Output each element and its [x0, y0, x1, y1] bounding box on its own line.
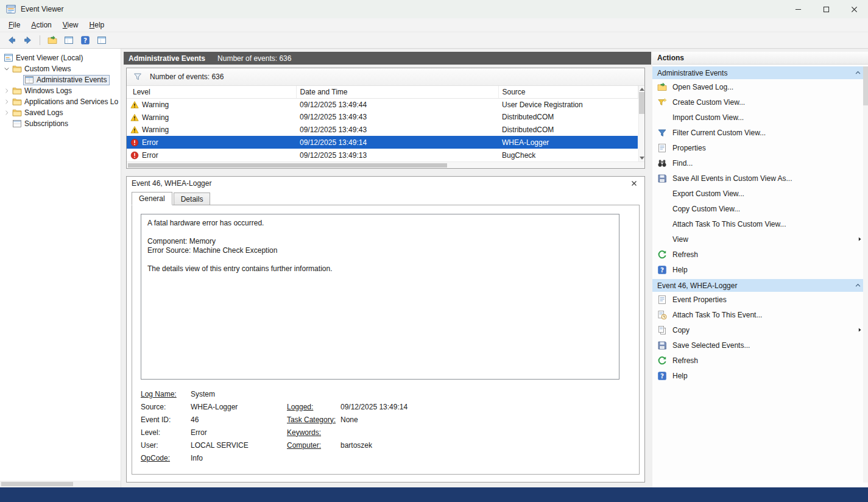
show-action-pane-button[interactable] [94, 34, 109, 48]
tab-details[interactable]: Details [174, 193, 211, 205]
actions-pane: Actions Administrative EventsOpen Saved … [652, 52, 868, 487]
minimize-button[interactable] [784, 0, 812, 18]
tree-item-saved-logs[interactable]: Saved Logs [0, 107, 121, 118]
menu-help[interactable]: Help [84, 19, 110, 30]
applications-and-services-lo-icon [12, 97, 22, 107]
events-pane-header: Administrative Events Number of events: … [124, 52, 651, 65]
find-icon [657, 158, 667, 168]
scroll-up-icon[interactable] [640, 88, 644, 91]
action-copy-custom-view[interactable]: Copy Custom View... [652, 201, 868, 216]
events-list: Number of events: 636 LevelDate and Time… [126, 68, 645, 169]
action-refresh[interactable]: Refresh [652, 247, 868, 262]
show-console-tree-button[interactable] [61, 34, 76, 48]
icon-spacer [657, 235, 667, 244]
open-saved-log-button[interactable] [44, 34, 60, 48]
action-attach-task-to-this-custom-view[interactable]: Attach Task To This Custom View... [652, 216, 868, 232]
scrollbar-thumb[interactable] [863, 66, 868, 105]
action-item-label: Refresh [672, 250, 698, 259]
action-open-saved-log[interactable]: Open Saved Log... [652, 79, 868, 94]
tree-item-applications-and-services-lo[interactable]: Applications and Services Lo [0, 96, 121, 107]
actions-section-header-event-46-whea-logger[interactable]: Event 46, WHEA-Logger [652, 279, 868, 292]
menu-file[interactable]: File [3, 19, 26, 30]
tree-item-label-box: Event Viewer (Local) [2, 53, 86, 63]
event-viewer-app-icon [6, 4, 16, 14]
action-help[interactable]: ?Help [652, 262, 868, 277]
event-fields: Log Name:SystemSource:WHEA-LoggerLogged:… [141, 387, 630, 464]
actions-scrollbar[interactable] [863, 66, 868, 483]
collapsed-chevron-icon[interactable] [2, 108, 11, 117]
maximize-button[interactable] [812, 0, 840, 18]
event-row[interactable]: Error09/12/2025 13:49:13BugCheck [127, 149, 638, 161]
tab-general[interactable]: General [132, 192, 172, 205]
forward-button[interactable] [20, 34, 35, 48]
action-refresh[interactable]: Refresh [652, 353, 868, 368]
menu-action[interactable]: Action [26, 19, 57, 30]
field-label-source: Source: [141, 403, 191, 411]
scrollbar-thumb[interactable] [639, 92, 644, 114]
action-view[interactable]: View [652, 232, 868, 247]
tree-item-label: Subscriptions [24, 119, 68, 128]
events-horizontal-scrollbar[interactable] [127, 161, 644, 168]
event-detail-header: Event 46, WHEA-Logger [127, 177, 644, 189]
action-save-all-events-in-custom-view-as[interactable]: Save All Events in Custom View As... [652, 171, 868, 186]
tree-item-administrative-events[interactable]: Administrative Events [0, 74, 121, 85]
event-row[interactable]: Warning09/12/2025 13:49:43DistributedCOM [127, 111, 638, 124]
event-level-text: Error [142, 151, 158, 160]
action-event-properties[interactable]: Event Properties [652, 292, 868, 307]
tree-item-event-viewer-local[interactable]: Event Viewer (Local) [0, 52, 121, 63]
action-import-custom-view[interactable]: Import Custom View... [652, 110, 868, 125]
action-save-selected-events[interactable]: Save Selected Events... [652, 338, 868, 353]
tree-item-label: Administrative Events [37, 76, 107, 84]
actions-section-title: Administrative Events [657, 69, 727, 77]
tree-item-label-box: Custom Views [11, 64, 74, 74]
event-row[interactable]: Error09/12/2025 13:49:14WHEA-Logger [127, 136, 638, 149]
action-item-label: Properties [672, 144, 706, 152]
event-level-text: Error [142, 138, 158, 147]
event-level-cell: Warning [127, 98, 296, 111]
collapsed-chevron-icon[interactable] [2, 97, 11, 106]
actions-section-header-administrative-events[interactable]: Administrative Events [652, 66, 868, 79]
tree-item-label: Windows Logs [24, 87, 72, 95]
svg-text:?: ? [660, 372, 664, 380]
column-header-date-and-time[interactable]: Date and Time [296, 86, 498, 98]
action-create-custom-view[interactable]: Create Custom View... [652, 94, 868, 110]
menu-view[interactable]: View [57, 19, 84, 30]
tree-item-custom-views[interactable]: Custom Views [0, 63, 121, 74]
back-button[interactable] [4, 34, 19, 48]
filter-summary-row: Number of events: 636 [127, 68, 644, 86]
tree-item-subscriptions[interactable]: Subscriptions [0, 118, 121, 129]
action-item-label: Copy [672, 326, 690, 334]
scrollbar-thumb[interactable] [1, 482, 73, 486]
action-copy[interactable]: Copy [652, 322, 868, 338]
collapse-section-icon [854, 69, 862, 77]
events-header-row: LevelDate and TimeSource [127, 86, 638, 98]
expanded-chevron-icon[interactable] [2, 65, 11, 73]
close-detail-icon[interactable] [630, 179, 638, 188]
tree-horizontal-scrollbar[interactable] [0, 481, 121, 487]
scrollbar-thumb[interactable] [128, 163, 447, 168]
action-help[interactable]: ?Help [652, 368, 868, 383]
action-properties[interactable]: Properties [652, 140, 868, 155]
event-row[interactable]: Warning09/12/2025 13:49:44User Device Re… [127, 98, 638, 111]
show-console-tree-icon [64, 35, 74, 45]
event-row[interactable]: Warning09/12/2025 13:49:43DistributedCOM [127, 124, 638, 136]
collapsed-chevron-icon[interactable] [2, 87, 11, 95]
help-button[interactable]: ? [77, 34, 93, 48]
action-item-label: View [672, 235, 688, 244]
event-description: A fatal hardware error has occurred. Com… [141, 214, 619, 380]
field-value-user: LOCAL SERVICE [191, 441, 287, 450]
action-filter-current-custom-view[interactable]: Filter Current Custom View... [652, 125, 868, 140]
scroll-down-icon[interactable] [640, 157, 644, 160]
console-tree-pane: Event Viewer (Local)Custom ViewsAdminist… [0, 49, 121, 487]
action-export-custom-view[interactable]: Export Custom View... [652, 186, 868, 201]
tree-item-label-box: Applications and Services Lo [11, 97, 121, 107]
action-find[interactable]: Find... [652, 155, 868, 171]
tree-item-windows-logs[interactable]: Windows Logs [0, 85, 121, 96]
action-attach-task-to-this-event[interactable]: Attach Task To This Event... [652, 307, 868, 322]
actions-pane-title: Actions [652, 52, 868, 65]
close-button[interactable] [840, 0, 868, 18]
error-icon [130, 151, 139, 160]
column-header-level[interactable]: Level [127, 86, 296, 98]
events-vertical-scrollbar[interactable] [638, 86, 645, 161]
column-header-source[interactable]: Source [498, 86, 638, 98]
